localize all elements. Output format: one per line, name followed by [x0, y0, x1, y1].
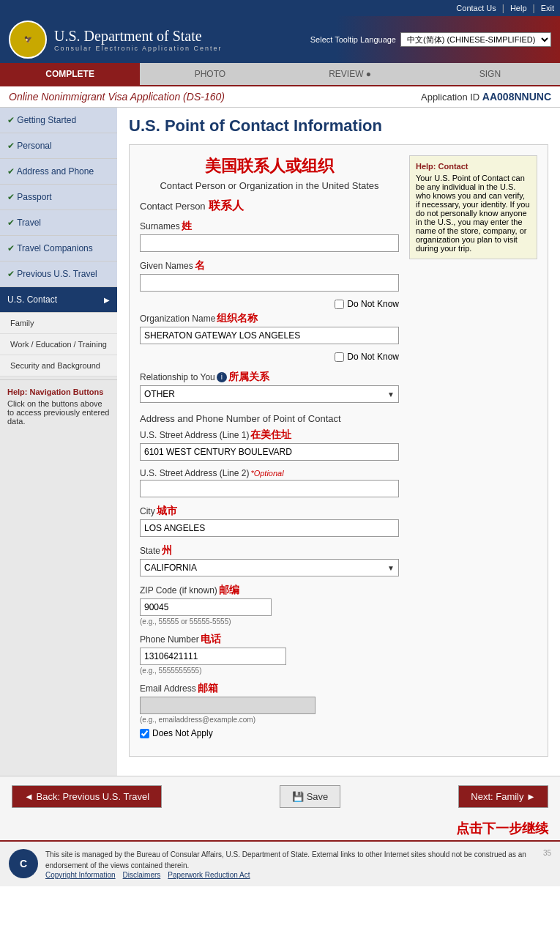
surnames-input[interactable]	[140, 234, 399, 252]
lang-label: Select Tooltip Language	[310, 35, 396, 44]
relationship-select-wrapper[interactable]: OTHER FRIEND RELATIVE BUSINESS ASSOCIATE…	[140, 385, 399, 403]
street2-input[interactable]	[140, 480, 399, 497]
help-link[interactable]: Help	[510, 4, 527, 12]
sidebar-help-title: Help: Navigation Buttons	[7, 387, 110, 396]
phone-hint: (e.g., 5555555555)	[140, 667, 399, 675]
street1-group: U.S. Street Address (Line 1) 在美住址	[140, 429, 399, 461]
info-icon[interactable]: i	[217, 372, 227, 382]
app-id-value: AA008NNUNC	[482, 91, 551, 103]
org-name-label: Organization Name 组织名称	[140, 312, 399, 325]
do-not-know-row: Do Not Know	[140, 299, 399, 309]
main-nav-tabs: COMPLETE PHOTO REVIEW ● SIGN	[0, 63, 560, 86]
footer-links: Copyright Information Disclaimers Paperw…	[45, 871, 536, 879]
city-input[interactable]	[140, 519, 399, 537]
phone-input[interactable]	[140, 648, 286, 665]
relationship-select[interactable]: OTHER FRIEND RELATIVE BUSINESS ASSOCIATE…	[140, 385, 399, 403]
does-not-apply-label: Does Not Apply	[152, 728, 213, 738]
state-select[interactable]: CALIFORNIA ALABAMA ALASKA ARIZONA NEW YO…	[140, 559, 399, 576]
app-title: Online Nonimmigrant Visa Application (DS…	[9, 91, 225, 103]
given-names-input[interactable]	[140, 274, 399, 292]
exit-link[interactable]: Exit	[541, 4, 554, 12]
tab-review[interactable]: REVIEW ●	[280, 63, 420, 85]
page-title: U.S. Point of Contact Information	[129, 116, 548, 136]
chinese-heading: 美国联系人或组织	[140, 155, 399, 177]
sidebar-item-passport[interactable]: Passport	[0, 185, 117, 210]
main-content: U.S. Point of Contact Information 美国联系人或…	[117, 108, 560, 776]
arrow-icon: ▶	[104, 296, 110, 304]
sidebar-item-address-phone[interactable]: Address and Phone	[0, 159, 117, 185]
back-button[interactable]: ◄ Back: Previous U.S. Travel	[12, 785, 162, 808]
sidebar: Getting Started Personal Address and Pho…	[0, 108, 117, 776]
sidebar-item-us-contact[interactable]: U.S. Contact ▶	[0, 287, 117, 313]
address-section-title: Address and Phone Number of Point of Con…	[140, 413, 399, 424]
sidebar-subitem-family[interactable]: Family	[0, 313, 117, 334]
street2-group: U.S. Street Address (Line 2) *Optional	[140, 468, 399, 497]
phone-group: Phone Number 电话 (e.g., 5555555555)	[140, 633, 399, 675]
do-not-know-label: Do Not Know	[347, 299, 399, 309]
copyright-link[interactable]: Copyright Information	[45, 871, 116, 879]
contact-person-label: Contact Person 联系人	[140, 199, 399, 214]
main-layout: Getting Started Personal Address and Pho…	[0, 108, 560, 776]
save-button[interactable]: 💾 Save	[280, 785, 340, 808]
us-seal: 🦅	[9, 21, 47, 59]
street1-label: U.S. Street Address (Line 1) 在美住址	[140, 429, 399, 442]
footer-version: 35	[543, 849, 551, 857]
zip-hint: (e.g., 55555 or 55555-5555)	[140, 618, 399, 626]
email-hint: (e.g., emailaddress@example.com)	[140, 716, 399, 724]
relationship-label: Relationship to You i 所属关系	[140, 371, 399, 384]
sidebar-help-text: Click on the buttons above to access pre…	[7, 399, 110, 426]
does-not-apply-checkbox[interactable]	[140, 729, 149, 738]
given-names-label: Given Names 名	[140, 259, 399, 272]
footer-seal: C	[9, 849, 38, 878]
sidebar-subitem-security-background[interactable]: Security and Background	[0, 355, 117, 377]
state-select-wrapper[interactable]: CALIFORNIA ALABAMA ALASKA ARIZONA NEW YO…	[140, 559, 399, 576]
zip-input[interactable]	[140, 598, 272, 616]
header-title: U.S. Department of State Consular Electr…	[54, 28, 223, 52]
org-do-not-know-checkbox[interactable]	[335, 352, 344, 362]
help-box-text: Your U.S. Point of Contact can be any in…	[416, 174, 531, 253]
phone-label: Phone Number 电话	[140, 633, 399, 646]
footer-text: This site is managed by the Bureau of Co…	[45, 849, 536, 871]
top-bar: Contact Us | Help | Exit	[0, 0, 560, 16]
continue-hint: 点击下一步继续	[0, 817, 560, 840]
nav-buttons: ◄ Back: Previous U.S. Travel 💾 Save Next…	[0, 776, 560, 817]
paperwork-link[interactable]: Paperwork Reduction Act	[168, 871, 250, 879]
street1-input[interactable]	[140, 443, 399, 461]
surnames-label: Surnames 姓	[140, 220, 399, 233]
org-name-group: Organization Name 组织名称	[140, 312, 399, 344]
org-do-not-know-label: Do Not Know	[347, 352, 399, 362]
do-not-know-checkbox[interactable]	[335, 300, 344, 309]
contact-us-link[interactable]: Contact Us	[456, 4, 496, 12]
contact-form-section: 美国联系人或组织 Contact Person or Organization …	[129, 144, 548, 757]
application-bar: Online Nonimmigrant Visa Application (DS…	[0, 86, 560, 108]
org-name-input[interactable]	[140, 327, 399, 344]
sidebar-subitem-work-education[interactable]: Work / Education / Training	[0, 334, 117, 355]
city-group: City 城市	[140, 505, 399, 537]
page-header: 🦅 U.S. Department of State Consular Elec…	[0, 16, 560, 63]
app-id: Application ID AA008NNUNC	[421, 91, 551, 103]
section-subtitle: Contact Person or Organization in the Un…	[140, 180, 399, 191]
sidebar-item-getting-started[interactable]: Getting Started	[0, 108, 117, 133]
language-selector[interactable]: Select Tooltip Language 中文(简体) (CHINESE-…	[310, 32, 551, 47]
email-input[interactable]	[140, 697, 316, 714]
state-label: State 州	[140, 544, 399, 557]
sidebar-item-travel[interactable]: Travel	[0, 210, 117, 236]
tab-complete[interactable]: COMPLETE	[0, 63, 140, 85]
sidebar-item-previous-us-travel[interactable]: Previous U.S. Travel	[0, 262, 117, 287]
next-button[interactable]: Next: Family ►	[458, 785, 548, 808]
street2-label: U.S. Street Address (Line 2) *Optional	[140, 468, 399, 478]
given-names-group: Given Names 名	[140, 259, 399, 292]
email-group: Email Address 邮箱 (e.g., emailaddress@exa…	[140, 682, 399, 738]
sidebar-item-personal[interactable]: Personal	[0, 133, 117, 159]
city-label: City 城市	[140, 505, 399, 518]
disclaimers-link[interactable]: Disclaimers	[123, 871, 161, 879]
tab-sign[interactable]: SIGN	[420, 63, 560, 85]
lang-dropdown[interactable]: 中文(简体) (CHINESE-SIMPLIFIED)	[400, 32, 551, 47]
surnames-group: Surnames 姓	[140, 220, 399, 252]
tab-photo[interactable]: PHOTO	[140, 63, 280, 85]
zip-group: ZIP Code (if known) 邮编 (e.g., 55555 or 5…	[140, 584, 399, 626]
help-box-title: Help: Contact	[416, 162, 531, 171]
sidebar-item-travel-companions[interactable]: Travel Companions	[0, 236, 117, 262]
sidebar-help: Help: Navigation Buttons Click on the bu…	[0, 379, 117, 433]
org-do-not-know-row: Do Not Know	[140, 352, 399, 362]
